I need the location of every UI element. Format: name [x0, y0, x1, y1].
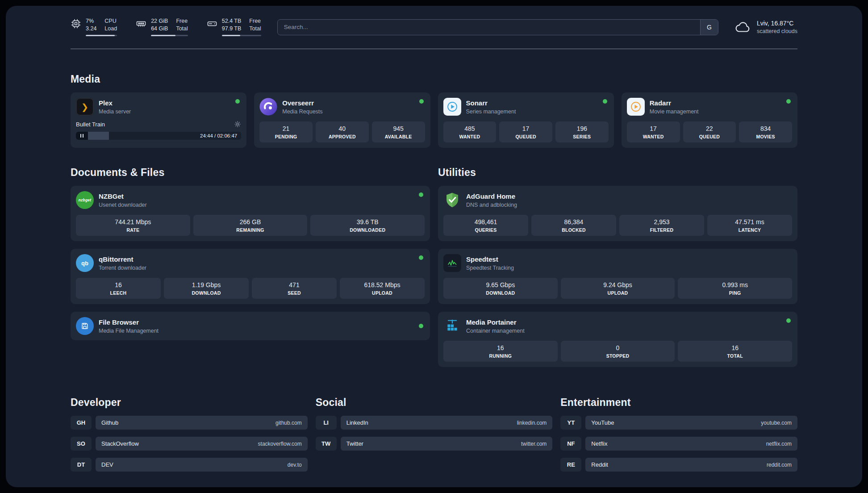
section-heading-media: Media — [71, 73, 797, 85]
topbar-divider — [71, 49, 797, 49]
section-heading-social: Social — [316, 397, 553, 409]
stat-tile: 86,384 BLOCKED — [531, 215, 616, 236]
cpu-label: CPU — [104, 18, 117, 25]
app-title: Sonarr — [466, 99, 516, 107]
ram-usage-bar — [151, 35, 188, 36]
stat-tile: 945 AVAILABLE — [372, 121, 425, 142]
app-card-filebrowser[interactable]: File Browser Media File Management — [71, 312, 430, 340]
app-subtitle: Movie management — [650, 109, 699, 115]
stat-tile: 498,461 QUERIES — [443, 215, 528, 236]
search-engine-button[interactable]: G — [700, 20, 718, 35]
nzbget-icon: nzbget — [76, 191, 94, 209]
link-row-github[interactable]: GH Github github.com — [71, 416, 308, 430]
section-entertainment: Entertainment YT YouTube youtube.com NF … — [560, 397, 797, 472]
link-row-netflix[interactable]: NF Netflix netflix.com — [560, 437, 797, 451]
app-card-nzbget[interactable]: nzbget NZBGet Usenet downloader 744.21 M… — [71, 186, 430, 241]
disk-icon — [207, 18, 217, 29]
app-title: Plex — [99, 99, 131, 107]
storage-widget: 52.4 TB 97.9 TB Free Total — [207, 18, 261, 36]
link-pill: Twitter twitter.com — [341, 437, 553, 451]
link-abbr: SO — [71, 437, 92, 451]
stat-tile: 1.19 Gbps DOWNLOAD — [164, 278, 249, 299]
app-title: qBittorrent — [99, 255, 146, 263]
app-card-speedtest[interactable]: Speedtest Speedtest Tracking 9.65 Gbps D… — [438, 249, 797, 304]
system-metrics: 7% 3.24 CPU Load — [71, 18, 261, 36]
link-row-twitter[interactable]: TW Twitter twitter.com — [316, 437, 553, 451]
stat-tile: 47.571 ms LATENCY — [707, 215, 792, 236]
app-card-radarr[interactable]: Radarr Movie management 17 WANTED 22 QUE… — [622, 92, 797, 148]
link-pill: Reddit reddit.com — [585, 458, 797, 472]
link-pill: StackOverflow stackoverflow.com — [96, 437, 308, 451]
stat-tile: 0 STOPPED — [561, 341, 675, 362]
stat-tile: 834 MOVIES — [739, 121, 792, 142]
link-pill: Netflix netflix.com — [585, 437, 797, 451]
app-card-overseerr[interactable]: Overseerr Media Requests 21 PENDING 40 A… — [254, 92, 430, 148]
app-subtitle: Speedtest Tracking — [466, 265, 514, 271]
stat-tile: 16 RUNNING — [443, 341, 558, 362]
ram-total-label: Total — [176, 25, 188, 32]
ram-icon — [136, 18, 146, 29]
link-row-reddit[interactable]: RE Reddit reddit.com — [560, 458, 797, 472]
disk-free-value: 52.4 TB — [222, 18, 242, 25]
stat-tile: 2,953 FILTERED — [619, 215, 704, 236]
pause-button[interactable] — [76, 132, 88, 140]
section-media: Media ❯ Plex Media server Bullet Train — [71, 73, 797, 148]
app-card-sonarr[interactable]: Sonarr Series management 485 WANTED 17 Q… — [438, 92, 614, 148]
app-subtitle: Media Requests — [282, 109, 322, 115]
gear-icon[interactable] — [234, 121, 241, 128]
cloud-icon — [734, 19, 751, 36]
link-abbr: LI — [316, 416, 337, 430]
status-dot — [786, 318, 791, 323]
section-developer: Developer GH Github github.com SO StackO… — [71, 397, 308, 472]
disk-total-label: Total — [249, 25, 261, 32]
status-dot — [786, 99, 791, 104]
adguard-icon — [443, 191, 461, 209]
stat-tile: 40 APPROVED — [316, 121, 369, 142]
status-dot — [419, 255, 423, 260]
app-subtitle: Media File Management — [99, 328, 159, 334]
link-abbr: DT — [71, 458, 92, 472]
disk-total-value: 97.9 TB — [222, 25, 242, 32]
stat-tile: 21 PENDING — [259, 121, 313, 142]
status-dot — [419, 192, 423, 197]
search-input[interactable] — [277, 19, 718, 35]
link-pill: Github github.com — [96, 416, 308, 430]
link-row-youtube[interactable]: YT YouTube youtube.com — [560, 416, 797, 430]
link-abbr: TW — [316, 437, 337, 451]
disk-free-label: Free — [249, 18, 261, 25]
app-card-portainer[interactable]: Media Portainer Container management 16 … — [438, 312, 797, 367]
ram-free-label: Free — [176, 18, 188, 25]
status-dot — [419, 99, 424, 104]
dashboard-page: 7% 3.24 CPU Load — [6, 6, 862, 487]
now-playing-title: Bullet Train — [76, 121, 105, 128]
weather-location: Lviv, 16.87°C — [757, 20, 797, 27]
status-dot — [419, 324, 423, 328]
stat-tile: 471 SEED — [252, 278, 337, 299]
app-card-plex[interactable]: ❯ Plex Media server Bullet Train — [71, 92, 246, 148]
app-title: Speedtest — [466, 255, 514, 263]
link-row-linkedin[interactable]: LI LinkedIn linkedin.com — [316, 416, 553, 430]
status-dot — [603, 99, 607, 104]
cpu-load-value: 3.24 — [86, 25, 96, 32]
cpu-icon — [71, 18, 81, 29]
disk-usage-bar — [222, 35, 261, 36]
stat-tile: 9.24 Gbps UPLOAD — [561, 278, 675, 299]
app-card-qbittorrent[interactable]: qb qBittorrent Torrent downloader 16 LEE… — [71, 249, 430, 304]
cpu-percent: 7% — [86, 18, 96, 25]
link-row-dev[interactable]: DT DEV dev.to — [71, 458, 308, 472]
app-window: 7% 3.24 CPU Load — [0, 0, 868, 493]
link-abbr: RE — [560, 458, 581, 472]
section-social: Social LI LinkedIn linkedin.com TW Twitt… — [316, 397, 553, 472]
section-heading-developer: Developer — [71, 397, 308, 409]
memory-widget: 22 GiB 64 GiB Free Total — [136, 18, 188, 36]
section-heading-documents: Documents & Files — [71, 167, 430, 179]
section-heading-utilities: Utilities — [438, 167, 797, 179]
link-abbr: GH — [71, 416, 92, 430]
cpu-widget: 7% 3.24 CPU Load — [71, 18, 117, 36]
filebrowser-icon — [76, 317, 94, 335]
plex-icon: ❯ — [76, 98, 94, 116]
playback-bar[interactable]: 24:44 / 02:06:47 — [76, 132, 241, 140]
app-card-adguard[interactable]: AdGuard Home DNS and adblocking 498,461 … — [438, 186, 797, 241]
link-row-stackoverflow[interactable]: SO StackOverflow stackoverflow.com — [71, 437, 308, 451]
stat-tile: 9.65 Gbps DOWNLOAD — [443, 278, 558, 299]
